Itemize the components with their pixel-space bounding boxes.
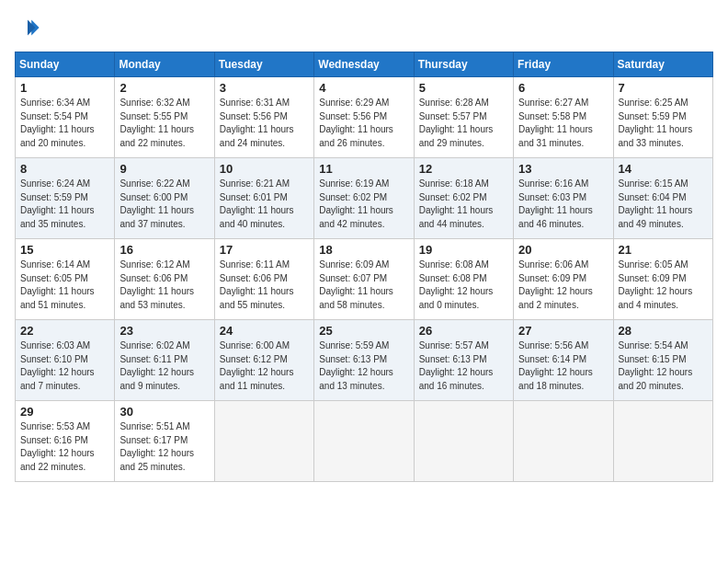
day-number: 6 <box>518 81 608 95</box>
day-info: Sunrise: 6:12 AM Sunset: 6:06 PM Dayligh… <box>119 259 194 310</box>
day-info: Sunrise: 6:03 AM Sunset: 6:10 PM Dayligh… <box>20 340 95 391</box>
day-info: Sunrise: 6:16 AM Sunset: 6:03 PM Dayligh… <box>518 178 593 229</box>
day-info: Sunrise: 6:15 AM Sunset: 6:04 PM Dayligh… <box>619 178 693 229</box>
day-number: 1 <box>20 81 109 95</box>
calendar-cell <box>314 401 414 482</box>
logo <box>15 15 44 40</box>
day-number: 4 <box>319 81 408 95</box>
calendar-cell <box>214 401 313 482</box>
week-row-5: 29 Sunrise: 5:53 AM Sunset: 6:16 PM Dayl… <box>16 401 713 482</box>
col-header-sunday: Sunday <box>16 52 115 77</box>
col-header-thursday: Thursday <box>414 52 513 77</box>
week-row-1: 1 Sunrise: 6:34 AM Sunset: 5:54 PM Dayli… <box>16 77 713 158</box>
col-header-tuesday: Tuesday <box>214 52 313 77</box>
calendar-cell: 6 Sunrise: 6:27 AM Sunset: 5:58 PM Dayli… <box>514 77 613 158</box>
calendar-cell: 10 Sunrise: 6:21 AM Sunset: 6:01 PM Dayl… <box>214 158 313 239</box>
calendar-cell: 1 Sunrise: 6:34 AM Sunset: 5:54 PM Dayli… <box>16 77 115 158</box>
day-number: 28 <box>619 324 708 338</box>
calendar-cell: 8 Sunrise: 6:24 AM Sunset: 5:59 PM Dayli… <box>16 158 115 239</box>
day-info: Sunrise: 6:05 AM Sunset: 6:09 PM Dayligh… <box>619 259 693 310</box>
day-number: 2 <box>119 81 209 95</box>
calendar-cell: 25 Sunrise: 5:59 AM Sunset: 6:13 PM Dayl… <box>314 320 414 401</box>
day-info: Sunrise: 5:51 AM Sunset: 6:17 PM Dayligh… <box>119 421 194 472</box>
day-info: Sunrise: 6:19 AM Sunset: 6:02 PM Dayligh… <box>319 178 393 229</box>
day-number: 24 <box>220 324 309 338</box>
day-info: Sunrise: 5:56 AM Sunset: 6:14 PM Dayligh… <box>518 340 593 391</box>
day-info: Sunrise: 6:09 AM Sunset: 6:07 PM Dayligh… <box>319 259 393 310</box>
calendar-cell: 18 Sunrise: 6:09 AM Sunset: 6:07 PM Dayl… <box>314 239 414 320</box>
day-number: 7 <box>619 81 708 95</box>
day-info: Sunrise: 6:18 AM Sunset: 6:02 PM Dayligh… <box>419 178 494 229</box>
day-number: 25 <box>319 324 408 338</box>
calendar-cell: 23 Sunrise: 6:02 AM Sunset: 6:11 PM Dayl… <box>115 320 214 401</box>
calendar-cell: 9 Sunrise: 6:22 AM Sunset: 6:00 PM Dayli… <box>115 158 214 239</box>
calendar-cell: 29 Sunrise: 5:53 AM Sunset: 6:16 PM Dayl… <box>16 401 115 482</box>
day-info: Sunrise: 6:31 AM Sunset: 5:56 PM Dayligh… <box>220 98 294 148</box>
page-header <box>15 15 713 40</box>
day-info: Sunrise: 6:22 AM Sunset: 6:00 PM Dayligh… <box>119 178 194 229</box>
calendar-cell: 2 Sunrise: 6:32 AM Sunset: 5:55 PM Dayli… <box>115 77 214 158</box>
day-number: 13 <box>518 162 608 176</box>
day-info: Sunrise: 6:02 AM Sunset: 6:11 PM Dayligh… <box>119 340 194 391</box>
day-number: 15 <box>20 243 109 257</box>
calendar-cell: 12 Sunrise: 6:18 AM Sunset: 6:02 PM Dayl… <box>414 158 513 239</box>
calendar-cell: 15 Sunrise: 6:14 AM Sunset: 6:05 PM Dayl… <box>16 239 115 320</box>
day-number: 14 <box>619 162 708 176</box>
calendar-cell: 14 Sunrise: 6:15 AM Sunset: 6:04 PM Dayl… <box>613 158 712 239</box>
day-number: 18 <box>319 243 408 257</box>
day-info: Sunrise: 5:54 AM Sunset: 6:15 PM Dayligh… <box>619 340 693 391</box>
day-number: 5 <box>419 81 508 95</box>
day-info: Sunrise: 5:59 AM Sunset: 6:13 PM Dayligh… <box>319 340 393 391</box>
calendar-cell: 30 Sunrise: 5:51 AM Sunset: 6:17 PM Dayl… <box>115 401 214 482</box>
calendar-cell: 5 Sunrise: 6:28 AM Sunset: 5:57 PM Dayli… <box>414 77 513 158</box>
calendar-cell: 22 Sunrise: 6:03 AM Sunset: 6:10 PM Dayl… <box>16 320 115 401</box>
calendar-cell: 28 Sunrise: 5:54 AM Sunset: 6:15 PM Dayl… <box>613 320 712 401</box>
day-number: 16 <box>119 243 209 257</box>
day-info: Sunrise: 6:00 AM Sunset: 6:12 PM Dayligh… <box>220 340 294 391</box>
day-info: Sunrise: 6:24 AM Sunset: 5:59 PM Dayligh… <box>20 178 95 229</box>
day-number: 21 <box>619 243 708 257</box>
day-number: 23 <box>119 324 209 338</box>
day-info: Sunrise: 6:25 AM Sunset: 5:59 PM Dayligh… <box>619 98 693 148</box>
calendar-cell <box>514 401 613 482</box>
week-row-3: 15 Sunrise: 6:14 AM Sunset: 6:05 PM Dayl… <box>16 239 713 320</box>
calendar-cell: 24 Sunrise: 6:00 AM Sunset: 6:12 PM Dayl… <box>214 320 313 401</box>
calendar-cell: 26 Sunrise: 5:57 AM Sunset: 6:13 PM Dayl… <box>414 320 513 401</box>
day-info: Sunrise: 5:57 AM Sunset: 6:13 PM Dayligh… <box>419 340 494 391</box>
calendar-cell: 7 Sunrise: 6:25 AM Sunset: 5:59 PM Dayli… <box>613 77 712 158</box>
day-number: 9 <box>119 162 209 176</box>
day-info: Sunrise: 6:08 AM Sunset: 6:08 PM Dayligh… <box>419 259 494 310</box>
day-number: 3 <box>220 81 309 95</box>
calendar-cell: 11 Sunrise: 6:19 AM Sunset: 6:02 PM Dayl… <box>314 158 414 239</box>
day-number: 20 <box>518 243 608 257</box>
day-info: Sunrise: 6:28 AM Sunset: 5:57 PM Dayligh… <box>419 98 494 148</box>
week-row-2: 8 Sunrise: 6:24 AM Sunset: 5:59 PM Dayli… <box>16 158 713 239</box>
day-info: Sunrise: 6:27 AM Sunset: 5:58 PM Dayligh… <box>518 98 593 148</box>
calendar-cell: 19 Sunrise: 6:08 AM Sunset: 6:08 PM Dayl… <box>414 239 513 320</box>
col-header-saturday: Saturday <box>613 52 712 77</box>
day-number: 22 <box>20 324 109 338</box>
calendar-cell: 17 Sunrise: 6:11 AM Sunset: 6:06 PM Dayl… <box>214 239 313 320</box>
day-number: 12 <box>419 162 508 176</box>
calendar-cell: 4 Sunrise: 6:29 AM Sunset: 5:56 PM Dayli… <box>314 77 414 158</box>
day-info: Sunrise: 6:32 AM Sunset: 5:55 PM Dayligh… <box>119 98 194 148</box>
day-number: 8 <box>20 162 109 176</box>
col-header-wednesday: Wednesday <box>314 52 414 77</box>
logo-icon <box>15 15 40 40</box>
day-number: 19 <box>419 243 508 257</box>
day-number: 29 <box>20 405 109 419</box>
day-info: Sunrise: 5:53 AM Sunset: 6:16 PM Dayligh… <box>20 421 95 472</box>
calendar-cell: 3 Sunrise: 6:31 AM Sunset: 5:56 PM Dayli… <box>214 77 313 158</box>
day-info: Sunrise: 6:29 AM Sunset: 5:56 PM Dayligh… <box>319 98 393 148</box>
col-header-friday: Friday <box>514 52 613 77</box>
calendar-cell: 21 Sunrise: 6:05 AM Sunset: 6:09 PM Dayl… <box>613 239 712 320</box>
day-info: Sunrise: 6:14 AM Sunset: 6:05 PM Dayligh… <box>20 259 95 310</box>
col-header-monday: Monday <box>115 52 214 77</box>
calendar-cell <box>613 401 712 482</box>
calendar-cell: 16 Sunrise: 6:12 AM Sunset: 6:06 PM Dayl… <box>115 239 214 320</box>
day-number: 27 <box>518 324 608 338</box>
day-number: 26 <box>419 324 508 338</box>
calendar-cell: 20 Sunrise: 6:06 AM Sunset: 6:09 PM Dayl… <box>514 239 613 320</box>
day-info: Sunrise: 6:21 AM Sunset: 6:01 PM Dayligh… <box>220 178 294 229</box>
calendar-table: SundayMondayTuesdayWednesdayThursdayFrid… <box>15 52 713 482</box>
